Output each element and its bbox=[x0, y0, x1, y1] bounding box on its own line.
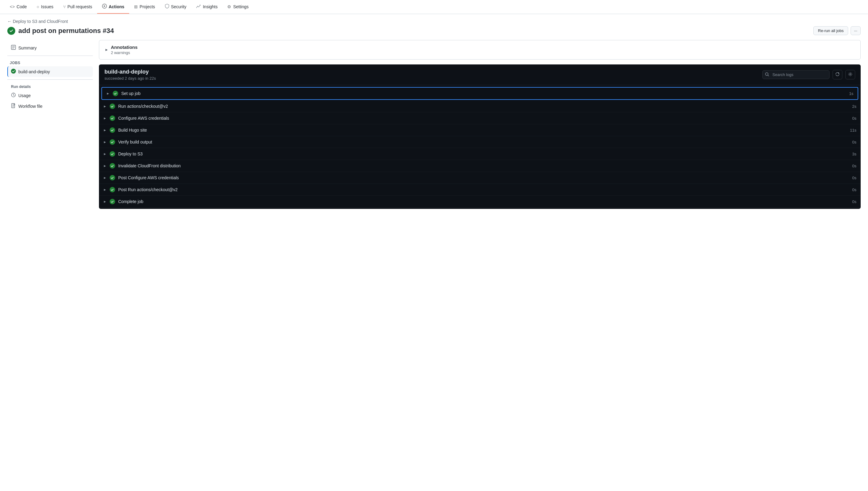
step-name: Set up job bbox=[121, 91, 846, 96]
build-panel: build-and-deploy succeeded 2 days ago in… bbox=[99, 64, 861, 209]
step-time: 3s bbox=[852, 152, 857, 156]
step-success-icon bbox=[110, 163, 115, 169]
issues-icon: ○ bbox=[37, 4, 39, 9]
sidebar-divider-2 bbox=[7, 79, 93, 80]
svg-point-3 bbox=[11, 69, 16, 74]
header-actions: Re-run all jobs ··· bbox=[813, 26, 861, 35]
build-panel-header: build-and-deploy succeeded 2 days ago in… bbox=[99, 64, 861, 85]
step-row[interactable]: ► Deploy to S3 3s bbox=[99, 148, 861, 160]
build-title: build-and-deploy bbox=[105, 69, 156, 75]
actions-icon bbox=[102, 4, 107, 9]
nav-insights[interactable]: Insights bbox=[191, 0, 222, 13]
sidebar-item-summary[interactable]: Summary bbox=[7, 42, 93, 53]
search-icon bbox=[765, 73, 769, 77]
page-header: add post on permutations #34 Re-run all … bbox=[0, 24, 868, 40]
security-icon bbox=[165, 4, 169, 9]
step-success-icon bbox=[113, 91, 118, 96]
annotations-chevron-icon: ► bbox=[105, 48, 109, 52]
annotations-header[interactable]: ► Annotations 2 warnings bbox=[105, 45, 855, 55]
job-success-icon bbox=[11, 69, 16, 75]
nav-security[interactable]: Security bbox=[160, 0, 192, 14]
step-name: Build Hugo site bbox=[118, 127, 847, 133]
step-name: Verify build output bbox=[118, 140, 849, 144]
step-chevron-icon: ► bbox=[103, 105, 107, 108]
step-time: 0s bbox=[852, 116, 857, 121]
step-name: Configure AWS credentials bbox=[118, 116, 849, 121]
step-chevron-icon: ► bbox=[103, 140, 107, 144]
step-chevron-icon: ► bbox=[103, 188, 107, 192]
step-success-icon bbox=[110, 115, 115, 121]
step-time: 0s bbox=[852, 199, 857, 204]
search-logs-input[interactable] bbox=[762, 70, 830, 79]
step-chevron-icon: ► bbox=[106, 92, 110, 95]
step-time: 0s bbox=[852, 140, 857, 144]
workflow-file-icon bbox=[11, 103, 16, 109]
search-logs-wrapper bbox=[762, 70, 830, 79]
step-row[interactable]: ► Run actions/checkout@v2 2s bbox=[99, 100, 861, 112]
step-row[interactable]: ► Set up job 1s bbox=[102, 87, 858, 100]
settings-button[interactable] bbox=[845, 70, 855, 79]
success-status-icon bbox=[7, 27, 15, 35]
step-time: 0s bbox=[852, 187, 857, 192]
step-name: Run actions/checkout@v2 bbox=[118, 104, 849, 109]
step-row[interactable]: ► Build Hugo site 11s bbox=[99, 124, 861, 136]
projects-icon: ⊞ bbox=[134, 4, 138, 9]
rerun-all-jobs-button[interactable]: Re-run all jobs bbox=[813, 26, 848, 35]
sidebar-divider bbox=[7, 56, 93, 56]
pull-requests-icon: ⑂ bbox=[63, 4, 66, 9]
step-success-icon bbox=[110, 175, 115, 180]
step-success-icon bbox=[110, 151, 115, 157]
step-chevron-icon: ► bbox=[103, 200, 107, 203]
nav-pull-requests[interactable]: ⑂ Pull requests bbox=[58, 1, 97, 13]
svg-point-7 bbox=[850, 74, 851, 75]
sidebar-item-build-and-deploy[interactable]: build-and-deploy bbox=[7, 66, 93, 77]
nav-actions[interactable]: Actions bbox=[97, 0, 129, 14]
step-success-icon bbox=[110, 187, 115, 192]
step-name: Deploy to S3 bbox=[118, 151, 849, 156]
step-name: Post Configure AWS credentials bbox=[118, 175, 849, 180]
step-chevron-icon: ► bbox=[103, 176, 107, 179]
step-name: Post Run actions/checkout@v2 bbox=[118, 187, 849, 192]
step-row[interactable]: ► Post Configure AWS credentials 0s bbox=[99, 172, 861, 184]
page-title-area: add post on permutations #34 bbox=[7, 27, 114, 35]
step-chevron-icon: ► bbox=[103, 164, 107, 168]
step-chevron-icon: ► bbox=[103, 152, 107, 156]
top-nav: <> Code ○ Issues ⑂ Pull requests Actions… bbox=[0, 0, 868, 14]
step-success-icon bbox=[110, 127, 115, 133]
nav-settings[interactable]: ⚙ Settings bbox=[222, 1, 254, 13]
annotations-subtitle: 2 warnings bbox=[111, 50, 138, 55]
job-steps: ► Set up job 1s ► Run actions/checkout@v… bbox=[99, 85, 861, 209]
usage-icon bbox=[11, 92, 16, 98]
step-row[interactable]: ► Invalidate CloudFront distribution 0s bbox=[99, 160, 861, 172]
step-chevron-icon: ► bbox=[103, 128, 107, 132]
svg-marker-1 bbox=[104, 5, 105, 7]
step-row[interactable]: ► Verify build output 0s bbox=[99, 136, 861, 148]
jobs-section-label: Jobs bbox=[7, 58, 93, 66]
nav-issues[interactable]: ○ Issues bbox=[32, 1, 58, 13]
page-title: add post on permutations #34 bbox=[18, 27, 114, 35]
step-success-icon bbox=[110, 139, 115, 145]
step-time: 11s bbox=[850, 128, 857, 133]
more-options-button[interactable]: ··· bbox=[850, 26, 861, 35]
step-name: Invalidate CloudFront distribution bbox=[118, 163, 849, 168]
annotations-content: Annotations 2 warnings bbox=[111, 45, 138, 55]
breadcrumb-link[interactable]: ← Deploy to S3 and CloudFront bbox=[7, 19, 68, 24]
step-row[interactable]: ► Configure AWS credentials 0s bbox=[99, 112, 861, 124]
run-details-label: Run details bbox=[7, 82, 93, 90]
step-row[interactable]: ► Post Run actions/checkout@v2 0s bbox=[99, 184, 861, 196]
annotations-title: Annotations bbox=[111, 45, 138, 50]
step-time: 0s bbox=[852, 164, 857, 168]
sidebar-item-usage[interactable]: Usage bbox=[7, 90, 93, 101]
nav-code[interactable]: <> Code bbox=[5, 1, 32, 13]
main-layout: Summary Jobs build-and-deploy Run detail… bbox=[0, 40, 868, 491]
refresh-button[interactable] bbox=[833, 70, 842, 79]
code-icon: <> bbox=[10, 4, 15, 9]
step-success-icon bbox=[110, 199, 115, 204]
step-row[interactable]: ► Complete job 0s bbox=[99, 196, 861, 208]
insights-icon bbox=[196, 4, 201, 9]
step-time: 1s bbox=[849, 91, 853, 96]
step-time: 0s bbox=[852, 176, 857, 180]
nav-projects[interactable]: ⊞ Projects bbox=[129, 1, 160, 13]
sidebar: Summary Jobs build-and-deploy Run detail… bbox=[7, 40, 93, 487]
sidebar-item-workflow-file[interactable]: Workflow file bbox=[7, 101, 93, 111]
